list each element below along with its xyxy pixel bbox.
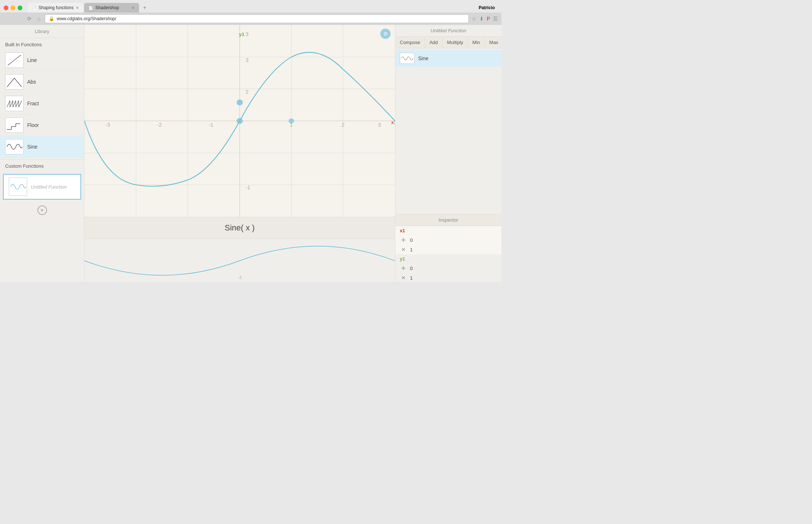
minimize-window-button[interactable] bbox=[11, 6, 15, 10]
right-panel: Untitled Function Compose Add Multiply M… bbox=[395, 25, 501, 282]
back-button[interactable]: ← bbox=[4, 15, 12, 22]
floor-thumb bbox=[5, 117, 23, 133]
fract-thumb bbox=[5, 96, 23, 111]
svg-text:3: 3 bbox=[378, 122, 381, 128]
y1-scale-icon: ✕ bbox=[400, 275, 407, 281]
inspector-x1-group: x1 ✛ 0 ✕ 1 bbox=[395, 226, 501, 254]
preview-area: -3 bbox=[84, 239, 395, 282]
untitled-icon bbox=[10, 179, 26, 195]
formula-bar: Sine( x ) bbox=[84, 217, 395, 239]
preview-y-label: -3 bbox=[238, 275, 242, 280]
url-text: www.cdglabs.org/Shadershop/ bbox=[57, 16, 116, 21]
graph-svg: -3 -2 -1 1 2 3 x1 3 2 -1 y1 3 bbox=[84, 25, 395, 217]
inspector-panel: Inspector x1 ✛ 0 ✕ 1 y1 ✛ 0 bbox=[395, 214, 501, 282]
main-area: ⚙ -3 -2 -1 bbox=[84, 25, 395, 282]
abs-label: Abs bbox=[27, 79, 36, 85]
floor-icon bbox=[6, 119, 22, 132]
y1-move-icon: ✛ bbox=[400, 265, 407, 271]
compose-tab-multiply[interactable]: Multiply bbox=[443, 37, 468, 48]
tab-label-1: Shaping functions bbox=[39, 5, 73, 10]
inspector-y1-scale-row: ✕ 1 bbox=[395, 273, 501, 282]
inspector-x1-move-row: ✛ 0 bbox=[395, 235, 501, 245]
line-label: Line bbox=[27, 57, 37, 63]
control-point-origin[interactable] bbox=[237, 118, 243, 124]
compose-tab-compose[interactable]: Compose bbox=[395, 37, 425, 48]
control-point-1[interactable] bbox=[289, 118, 294, 123]
fract-icon bbox=[6, 97, 22, 110]
tab-close-2[interactable]: ✕ bbox=[131, 6, 135, 10]
compose-tab-add[interactable]: Add bbox=[425, 37, 443, 48]
address-bar: ← → ⟳ ⌂ 🔒 www.cdglabs.org/Shadershop/ ☆ … bbox=[0, 12, 501, 25]
untitled-thumb bbox=[9, 178, 27, 196]
svg-text:y1: y1 bbox=[239, 32, 245, 37]
home-button[interactable]: ⌂ bbox=[36, 15, 42, 22]
tab-close-1[interactable]: ✕ bbox=[76, 6, 79, 10]
line-icon bbox=[6, 54, 22, 67]
toolbar-icons: ☆ ⬇ P ☰ bbox=[472, 16, 498, 22]
title-bar: 📄 Shaping functions ✕ 📄 Shadershop ✕ + P… bbox=[0, 0, 501, 12]
untitled-label: Untitled Function bbox=[31, 184, 67, 190]
fn-sine-thumb bbox=[400, 53, 414, 64]
app-body: Library Built In Functions Line Abs bbox=[0, 25, 501, 282]
user-button[interactable]: Patricio bbox=[476, 4, 498, 12]
graph-container[interactable]: ⚙ -3 -2 -1 bbox=[84, 25, 395, 217]
window-controls bbox=[4, 6, 22, 10]
x1-scale-value: 1 bbox=[410, 247, 413, 252]
inspector-x1-label: x1 bbox=[395, 226, 501, 235]
fn-sine-label: Sine bbox=[418, 55, 428, 61]
svg-text:-1: -1 bbox=[209, 122, 213, 128]
sidebar-item-fract[interactable]: Fract bbox=[0, 93, 84, 114]
sidebar-item-floor[interactable]: Floor bbox=[0, 114, 84, 136]
tab-bar: 📄 Shaping functions ✕ 📄 Shadershop ✕ + bbox=[28, 3, 474, 12]
floor-label: Floor bbox=[27, 122, 39, 128]
inspector-x1-scale-row: ✕ 1 bbox=[395, 245, 501, 254]
pocket-icon[interactable]: ⬇ bbox=[479, 16, 484, 22]
svg-text:-3: -3 bbox=[105, 122, 110, 128]
function-list: Sine bbox=[395, 48, 501, 133]
tab-label-2: Shadershop bbox=[95, 5, 119, 10]
custom-section-title: Custom Functions bbox=[0, 160, 84, 171]
tab-icon-2: 📄 bbox=[88, 6, 93, 10]
sine-icon bbox=[6, 140, 22, 153]
url-bar[interactable]: 🔒 www.cdglabs.org/Shadershop/ bbox=[45, 14, 468, 23]
add-custom-function-area: + bbox=[0, 203, 84, 218]
fract-label: Fract bbox=[27, 101, 39, 106]
new-tab-button[interactable]: + bbox=[140, 3, 149, 12]
compose-tab-min[interactable]: Min bbox=[468, 37, 485, 48]
settings-icon[interactable]: ⚙ bbox=[380, 29, 391, 39]
x1-move-icon: ✛ bbox=[400, 237, 407, 243]
formula-text: Sine( x ) bbox=[225, 223, 255, 232]
compose-tabs: Compose Add Multiply Min Max bbox=[395, 37, 501, 48]
built-in-section-title: Built In Functions bbox=[0, 38, 84, 50]
sidebar-item-line[interactable]: Line bbox=[0, 50, 84, 71]
sine-thumb bbox=[5, 139, 23, 154]
close-window-button[interactable] bbox=[4, 6, 8, 10]
svg-text:3: 3 bbox=[246, 57, 249, 63]
browser-chrome: 📄 Shaping functions ✕ 📄 Shadershop ✕ + P… bbox=[0, 0, 501, 25]
menu-icon[interactable]: ☰ bbox=[493, 16, 498, 22]
sidebar-item-abs[interactable]: Abs bbox=[0, 71, 84, 93]
control-point-top[interactable] bbox=[237, 99, 243, 105]
custom-section: Custom Functions Untitled Function bbox=[0, 159, 84, 203]
inspector-y1-group: y1 ✛ 0 ✕ 1 bbox=[395, 254, 501, 282]
sidebar-header: Library bbox=[0, 25, 84, 38]
sine-label: Sine bbox=[27, 144, 37, 150]
pinterest-icon[interactable]: P bbox=[487, 16, 490, 22]
svg-text:-2: -2 bbox=[157, 122, 162, 128]
bookmark-icon[interactable]: ☆ bbox=[472, 16, 476, 22]
sidebar: Library Built In Functions Line Abs bbox=[0, 25, 84, 282]
tab-shaping-functions[interactable]: 📄 Shaping functions ✕ bbox=[28, 3, 83, 12]
x1-scale-icon: ✕ bbox=[400, 247, 407, 252]
sidebar-item-sine[interactable]: Sine bbox=[0, 136, 84, 158]
forward-button[interactable]: → bbox=[15, 15, 23, 22]
compose-tab-max[interactable]: Max bbox=[485, 37, 501, 48]
fn-item-sine[interactable]: Sine bbox=[395, 50, 501, 67]
lock-icon: 🔒 bbox=[49, 16, 54, 21]
sidebar-item-untitled[interactable]: Untitled Function bbox=[3, 174, 81, 200]
y1-scale-value: 1 bbox=[410, 275, 413, 281]
inspector-y1-move-row: ✛ 0 bbox=[395, 263, 501, 273]
tab-shadershop[interactable]: 📄 Shadershop ✕ bbox=[84, 3, 139, 12]
add-custom-function-button[interactable]: + bbox=[37, 205, 47, 215]
reload-button[interactable]: ⟳ bbox=[26, 15, 33, 22]
maximize-window-button[interactable] bbox=[18, 6, 22, 10]
